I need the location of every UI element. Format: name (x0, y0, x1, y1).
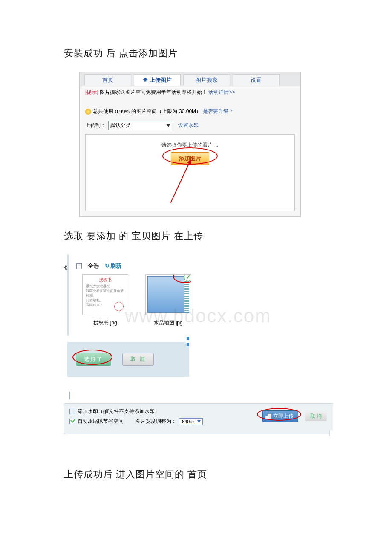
picker-button-row: 选好了 取 消 (67, 342, 189, 377)
category-select[interactable]: 默认分类 (108, 121, 172, 130)
usage-mid: 的图片空间（上限为 (131, 108, 177, 115)
cancel-button[interactable]: 取 消 (122, 353, 154, 366)
screenshot-upload-page: 首页 上传图片 图片搬家 设置 [提示] 图片搬家送图片空间免费用半年活动即将开… (79, 72, 301, 217)
tab-upload[interactable]: 上传图片 (134, 74, 181, 86)
upgrade-link[interactable]: 是否要升级？ (203, 108, 233, 115)
auto-compress-label: 自动压缩以节省空间 (78, 418, 124, 425)
stamp-icon (114, 302, 124, 311)
selected-check-icon: ✓ (184, 274, 191, 281)
width-select[interactable]: 640px (179, 418, 203, 425)
map-image (147, 276, 189, 313)
chevron-down-icon (197, 420, 201, 423)
usage-prefix: 总共使用 (93, 108, 113, 115)
picker-toolbar: 全选 刷新 (69, 254, 225, 274)
width-value: 640px (182, 419, 195, 424)
upload-icon (143, 78, 148, 83)
upload-now-button[interactable]: 立即上传 (262, 410, 298, 422)
instruction-step1: 安装成功 后 点击添加图片 (64, 47, 332, 60)
select-all-checkbox[interactable] (76, 263, 82, 269)
promo-tag: [提示] (85, 89, 98, 95)
screenshot-upload-options: 添加水印（gif文件不支持添加水印） 自动压缩以节省空间 图片宽度调整为： 64… (64, 403, 333, 434)
drop-area: 请选择你要上传的照片 ... 添加图片 (85, 134, 295, 211)
thumbnail-filename: 授权书.jpg (80, 319, 131, 327)
promo-text: 图片搬家送图片空间免费用半年活动即将开始！ (100, 89, 207, 95)
tab-upload-label: 上传图片 (150, 76, 172, 84)
confirm-selection-button[interactable]: 选好了 (76, 353, 111, 366)
annotation-arrow (170, 160, 191, 203)
thumbnail-map: ✓ (145, 274, 191, 315)
upload-to-label: 上传到： (85, 122, 106, 129)
instruction-step2: 选取 要添加 的 宝贝图片 在上传 (64, 230, 332, 243)
upload-dest-row: 上传到： 默认分类 设置水印 (80, 119, 300, 134)
auto-compress-checkbox[interactable] (69, 419, 75, 424)
tab-home[interactable]: 首页 (84, 74, 131, 86)
instruction-step3: 上传成功后 进入图片空间的 首页 (64, 468, 332, 481)
select-all-label: 全选 (88, 262, 99, 270)
tab-move[interactable]: 图片搬家 (183, 74, 230, 86)
thumbnail-item[interactable]: 授权书 委托方授权委托我院分析真菌性皮肤血清检测。此致敬礼。医院科室： 授权书.… (80, 274, 131, 327)
add-watermark-checkbox[interactable] (69, 409, 75, 414)
upload-actions: 立即上传 取 消 (262, 410, 327, 422)
coin-icon (85, 109, 91, 115)
thumbnail-grid: 授权书 委托方授权委托我院分析真菌性皮肤血清检测。此致敬礼。医院科室： 授权书.… (69, 274, 225, 336)
tab-settings[interactable]: 设置 (233, 74, 280, 86)
promo-bar: [提示] 图片搬家送图片空间免费用半年活动即将开始！ 活动详情>> (80, 86, 300, 98)
upload-icon (265, 414, 271, 419)
cancel-button[interactable]: 取 消 (305, 411, 327, 421)
category-value: 默认分类 (110, 122, 131, 129)
tab-bar: 首页 上传图片 图片搬家 设置 (80, 72, 300, 86)
thumbnail-certificate: 授权书 委托方授权委托我院分析真菌性皮肤血清检测。此致敬礼。医院科室： (82, 274, 128, 315)
thumbnail-filename: 水晶地图.jpg (143, 319, 194, 327)
refresh-button[interactable]: 刷新 (105, 262, 121, 270)
thumbnail-item[interactable]: ✓ 水晶地图.jpg (143, 274, 194, 327)
screenshot-file-picker: www.bdocx.com 包 全选 刷新 授权书 委托方授权委托我院分析真菌性… (64, 254, 332, 377)
upload-now-label: 立即上传 (273, 413, 294, 420)
usage-percent: 0.99% (115, 109, 130, 115)
chevron-down-icon (167, 124, 170, 127)
drop-hint: 请选择你要上传的照片 ... (86, 142, 294, 149)
clip-decoration (187, 337, 189, 346)
usage-row: 总共使用 0.99% 的图片空间（上限为 30.00M） 是否要升级？ (80, 98, 300, 119)
usage-limit: 30.00M） (179, 108, 201, 115)
cert-title: 授权书 (86, 277, 124, 283)
corner-decoration (329, 430, 334, 437)
width-label: 图片宽度调整为： (135, 418, 176, 425)
promo-link[interactable]: 活动详情>> (208, 89, 235, 95)
add-watermark-label: 添加水印（gif文件不支持添加水印） (78, 408, 160, 415)
watermark-settings-link[interactable]: 设置水印 (178, 122, 199, 129)
